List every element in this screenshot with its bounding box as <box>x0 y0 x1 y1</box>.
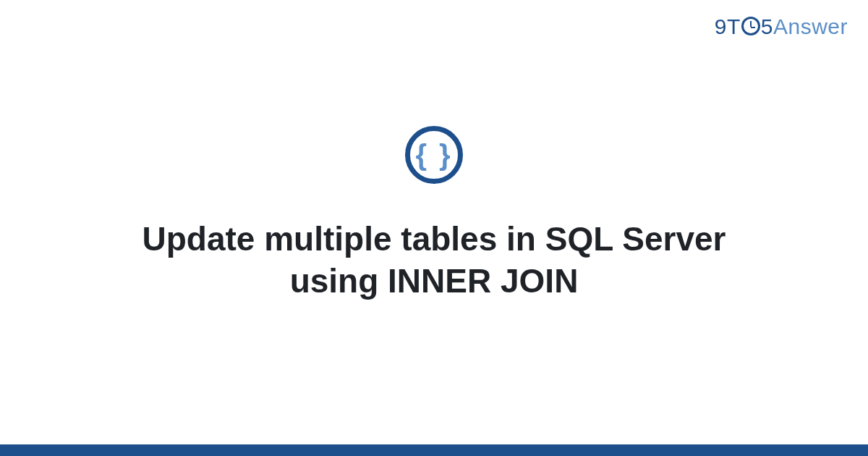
logo-text-9t: 9T <box>715 14 741 39</box>
main-content: { } Update multiple tables in SQL Server… <box>0 126 868 302</box>
footer-bar <box>0 444 868 456</box>
page-title: Update multiple tables in SQL Server usi… <box>109 219 760 302</box>
clock-icon <box>741 17 760 35</box>
logo-text-5: 5 <box>761 14 773 39</box>
braces-glyph: { } <box>415 140 452 169</box>
site-logo[interactable]: 9T 5 Answer <box>715 14 848 39</box>
logo-text-answer: Answer <box>773 14 848 39</box>
code-braces-icon: { } <box>405 126 463 184</box>
